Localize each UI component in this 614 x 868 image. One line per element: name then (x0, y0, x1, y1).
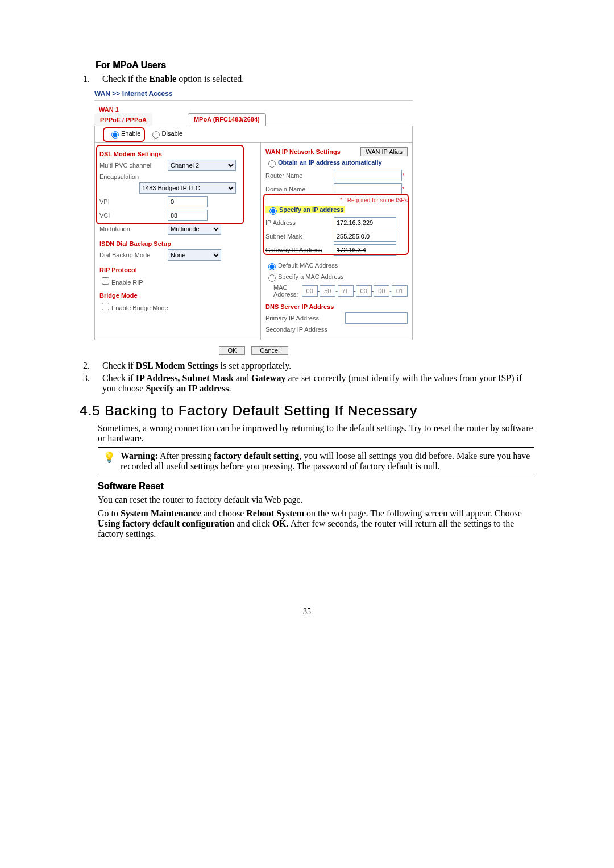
mac-2[interactable] (338, 285, 354, 297)
secondary-ip-label: Secondary IP Address (265, 326, 345, 333)
mac-4[interactable] (374, 285, 389, 297)
step-3-text: Check if IP Address, Subnet Mask and Gat… (102, 373, 534, 394)
tab-mpoa[interactable]: MPoA (RFC1483/2684) (188, 113, 266, 126)
lightbulb-icon: 💡 (98, 451, 121, 471)
domain-name-input[interactable] (334, 183, 402, 195)
router-name-label: Router Name (265, 172, 334, 179)
dns-title: DNS Server IP Address (265, 303, 408, 310)
default-mac-radio[interactable]: Default MAC Address (265, 261, 338, 270)
step-number-2: 2. (81, 361, 102, 371)
mac-1[interactable] (320, 285, 335, 297)
disable-radio[interactable]: Disable (150, 130, 183, 137)
specify-ip-highlight (263, 194, 409, 255)
heading-software-reset: Software Reset (98, 481, 534, 491)
rip-title: RIP Protocol (99, 266, 256, 273)
para-sw-2: Go to System Maintenance and choose Rebo… (98, 508, 534, 539)
dial-backup-label: Dial Backup Mode (99, 252, 168, 258)
specify-mac-radio[interactable]: Specify a MAC Address (265, 273, 344, 282)
enable-rip-checkbox[interactable]: Enable RIP (99, 276, 143, 286)
para-4-5-1: Sometimes, a wrong connection can be imp… (98, 423, 534, 444)
primary-ip-label: Primary IP Address (265, 315, 345, 322)
tab-bar: PPPoE / PPPoA MPoA (RFC1483/2684) (94, 113, 413, 126)
router-name-input[interactable] (334, 170, 402, 181)
modulation-label: Modulation (99, 226, 168, 232)
wan-ip-alias-button[interactable]: WAN IP Alias (360, 147, 408, 156)
domain-name-label: Domain Name (265, 186, 334, 193)
isdn-title: ISDN Dial Backup Setup (99, 240, 256, 247)
step-2-text: Check if DSL Modem Settings is set appro… (102, 361, 534, 371)
dsl-highlight (96, 145, 244, 224)
config-screenshot: WAN 1 PPPoE / PPPoA MPoA (RFC1483/2684) … (94, 100, 413, 355)
obtain-auto-radio[interactable]: Obtain an IP address automatically (265, 158, 382, 168)
tab-pppoe[interactable]: PPPoE / PPPoA (94, 113, 152, 126)
mac-0[interactable] (302, 285, 318, 297)
para-sw-1: You can reset the router to factory defa… (98, 495, 534, 505)
dial-backup-select[interactable]: None (168, 249, 221, 261)
step-1-text: Check if the Enable option is selected. (102, 74, 534, 84)
mac-label: MAC Address: (273, 284, 298, 298)
primary-ip-input[interactable] (345, 312, 408, 324)
wan-ip-network-title: WAN IP Network Settings (265, 148, 341, 155)
ok-button[interactable]: OK (219, 346, 245, 355)
page-number: 35 (80, 607, 534, 616)
bridge-title: Bridge Mode (99, 292, 256, 299)
enable-bridge-checkbox[interactable]: Enable Bridge Mode (99, 301, 168, 312)
enable-highlight (103, 127, 145, 142)
breadcrumb: WAN >> Internet Access (94, 90, 534, 98)
modulation-select[interactable]: Multimode (168, 223, 221, 235)
mac-5[interactable] (392, 285, 408, 297)
heading-for-mpoa-users: For MPoA Users (96, 60, 534, 70)
warning-text: Warning: After pressing factory default … (121, 451, 534, 471)
enable-row: Enable Disable (94, 126, 413, 143)
mac-3[interactable] (356, 285, 372, 297)
step-number-3: 3. (81, 373, 102, 394)
cancel-button[interactable]: Cancel (251, 346, 288, 355)
heading-4-5: 4.5 Backing to Factory Default Setting I… (80, 403, 534, 419)
wan1-label: WAN 1 (99, 106, 413, 113)
step-number-1: 1. (81, 74, 102, 84)
